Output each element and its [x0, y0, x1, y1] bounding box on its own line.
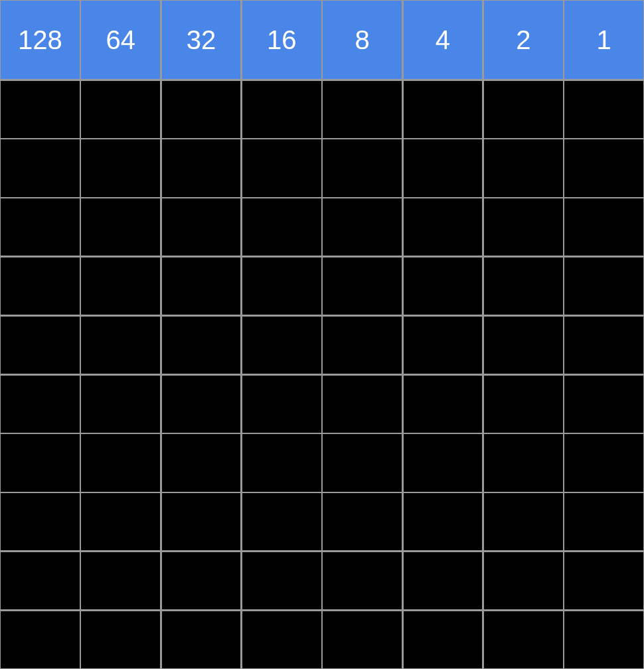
- grid-cell: [242, 198, 321, 256]
- grid-cell: [242, 611, 321, 668]
- grid-cell: [242, 434, 321, 491]
- grid-cell: [404, 376, 483, 433]
- grid-cell: [81, 434, 160, 491]
- grid-cell: [404, 434, 483, 491]
- grid-cell: [81, 317, 160, 374]
- grid-cell: [1, 552, 80, 609]
- grid-cell: [404, 81, 483, 138]
- grid-cell: [404, 317, 483, 374]
- grid-cell: [484, 81, 563, 138]
- grid-cell: [564, 81, 643, 138]
- grid-cell: [564, 317, 643, 374]
- grid-cell: [323, 139, 402, 196]
- grid-cell: [564, 493, 643, 550]
- grid-cell: [162, 81, 241, 138]
- grid-cell: [484, 198, 563, 256]
- grid-cell: [323, 376, 402, 433]
- grid-cell: [162, 139, 241, 196]
- grid-cell: [323, 198, 402, 256]
- grid-cell: [484, 493, 563, 550]
- grid-cell: [162, 611, 241, 668]
- grid-cell: [1, 493, 80, 550]
- grid-cell: [564, 611, 643, 668]
- grid-cell: [242, 258, 321, 315]
- grid-cell: [323, 611, 402, 668]
- grid-cell: [564, 376, 643, 433]
- grid-cell: [1, 434, 80, 491]
- grid-cell: [564, 198, 643, 256]
- grid-cell: [242, 317, 321, 374]
- grid-cell: [242, 376, 321, 433]
- grid-cell: [564, 139, 643, 196]
- grid-cell: [1, 198, 80, 256]
- grid-cell: [162, 493, 241, 550]
- grid-cell: [564, 258, 643, 315]
- col-header-1: 1: [564, 1, 643, 79]
- grid-cell: [162, 376, 241, 433]
- grid-cell: [162, 198, 241, 256]
- grid-cell: [564, 434, 643, 491]
- grid-cell: [81, 258, 160, 315]
- grid-cell: [81, 493, 160, 550]
- grid-cell: [404, 258, 483, 315]
- grid-cell: [323, 434, 402, 491]
- grid-cell: [323, 317, 402, 374]
- grid-cell: [484, 611, 563, 668]
- grid-cell: [323, 258, 402, 315]
- grid-cell: [242, 81, 321, 138]
- grid-cell: [1, 81, 80, 138]
- binary-grid: 128 64 32 16 8 4 2 1: [0, 0, 644, 669]
- col-header-64: 64: [81, 1, 160, 79]
- grid-cell: [1, 317, 80, 374]
- col-header-2: 2: [484, 1, 563, 79]
- grid-cell: [404, 139, 483, 196]
- grid-cell: [242, 493, 321, 550]
- grid-cell: [81, 139, 160, 196]
- grid-cell: [1, 376, 80, 433]
- grid-cell: [81, 552, 160, 609]
- grid-cell: [404, 493, 483, 550]
- grid-cell: [323, 81, 402, 138]
- grid-cell: [162, 317, 241, 374]
- grid-cell: [484, 434, 563, 491]
- col-header-4: 4: [404, 1, 483, 79]
- grid-cell: [81, 376, 160, 433]
- grid-cell: [404, 552, 483, 609]
- grid-cell: [404, 611, 483, 668]
- col-header-128: 128: [1, 1, 80, 79]
- grid-cell: [404, 198, 483, 256]
- grid-cell: [1, 258, 80, 315]
- grid-cell: [484, 376, 563, 433]
- grid-cell: [81, 198, 160, 256]
- grid-cell: [1, 611, 80, 668]
- grid-cell: [484, 552, 563, 609]
- col-header-8: 8: [323, 1, 402, 79]
- grid-cell: [162, 434, 241, 491]
- col-header-16: 16: [242, 1, 321, 79]
- grid-cell: [162, 552, 241, 609]
- grid-cell: [323, 493, 402, 550]
- grid-cell: [484, 317, 563, 374]
- grid-cell: [1, 139, 80, 196]
- grid-cell: [162, 258, 241, 315]
- grid-cell: [81, 81, 160, 138]
- grid-cell: [242, 552, 321, 609]
- grid-cell: [484, 139, 563, 196]
- grid-cell: [564, 552, 643, 609]
- grid-cell: [484, 258, 563, 315]
- col-header-32: 32: [162, 1, 241, 79]
- grid-cell: [81, 611, 160, 668]
- grid-cell: [242, 139, 321, 196]
- grid-cell: [323, 552, 402, 609]
